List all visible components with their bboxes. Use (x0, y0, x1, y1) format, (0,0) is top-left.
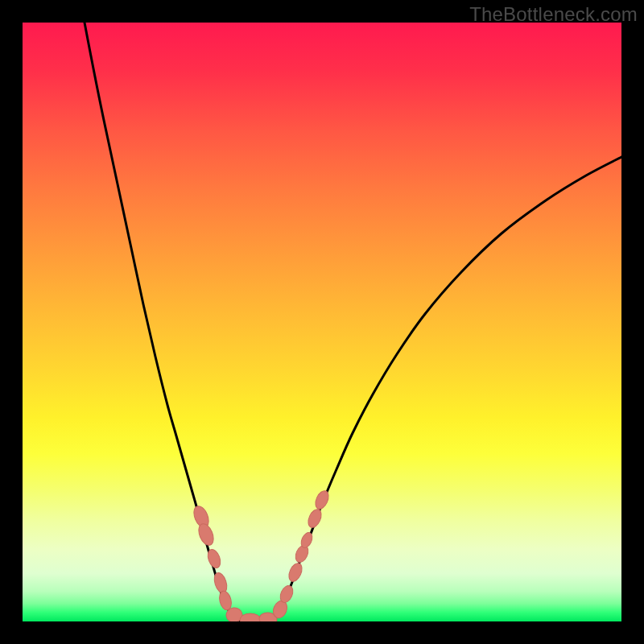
curve-layer (85, 23, 621, 621)
bottleneck-curve-svg (23, 23, 621, 621)
data-marker (313, 489, 332, 511)
data-marker (240, 613, 261, 621)
plot-area (23, 23, 621, 621)
data-marker (306, 507, 324, 530)
chart-frame: TheBottleneck.com (0, 0, 644, 644)
markers-layer (191, 489, 331, 621)
data-marker (217, 590, 233, 612)
bottleneck-curve (85, 23, 621, 621)
data-marker (287, 561, 305, 584)
